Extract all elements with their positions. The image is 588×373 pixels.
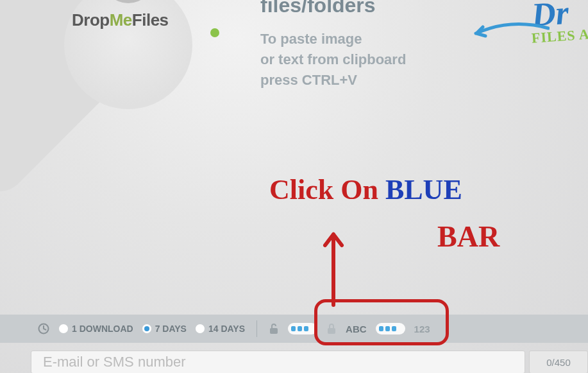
annotation-arrow-icon (317, 225, 349, 308)
logo-drop: Drop (72, 10, 110, 30)
options-bar: 1 DOWNLOAD 7 DAYS 14 DAYS ABC 123 (0, 315, 588, 343)
instructions-title: files/folders (260, 0, 406, 17)
lock-open-icon (269, 323, 279, 334)
swoosh-arrow-icon (473, 19, 550, 45)
option-14-days[interactable]: 14 DAYS (196, 324, 245, 334)
option-label: 7 DAYS (155, 324, 187, 334)
annotation-text: Click On BLUE (269, 173, 462, 206)
email-sms-input[interactable]: E-mail or SMS number (31, 351, 525, 373)
annotation-blue: BLUE (385, 174, 462, 205)
logo-files: Files (132, 10, 169, 30)
instructions-line1: To paste image (260, 29, 406, 49)
password-type-123[interactable]: 123 (414, 324, 430, 334)
clock-icon (37, 322, 50, 335)
char-counter: 0/450 (529, 351, 588, 373)
option-label: 1 DOWNLOAD (72, 324, 133, 334)
annotation-bar: BAR (437, 220, 500, 254)
radio-icon (59, 324, 68, 333)
svg-rect-1 (270, 328, 278, 334)
option-7-days[interactable]: 7 DAYS (142, 324, 187, 334)
logo-me: Me (110, 10, 132, 30)
status-dot (210, 28, 219, 37)
password-toggle-on[interactable] (288, 323, 317, 334)
option-1-download[interactable]: 1 DOWNLOAD (59, 324, 133, 334)
input-placeholder: E-mail or SMS number (43, 354, 186, 370)
instructions-line2: or text from clipboard (260, 49, 406, 70)
password-type-abc[interactable]: ABC (346, 324, 367, 334)
site-logo: DropMeFiles (72, 10, 169, 30)
download-arrow-icon (103, 0, 154, 3)
radio-icon (196, 324, 205, 333)
instructions-block: files/folders To paste image or text fro… (260, 0, 406, 91)
radio-icon-selected (142, 324, 151, 333)
lock-closed-icon (326, 323, 337, 334)
annotation-clickon: Click On (269, 174, 378, 205)
option-label: 14 DAYS (208, 324, 245, 334)
password-type-toggle[interactable] (376, 323, 405, 334)
instructions-line3: press CTRL+V (260, 70, 406, 91)
input-row: E-mail or SMS number 0/450 (31, 351, 588, 373)
svg-rect-2 (328, 328, 335, 334)
divider (256, 320, 257, 337)
